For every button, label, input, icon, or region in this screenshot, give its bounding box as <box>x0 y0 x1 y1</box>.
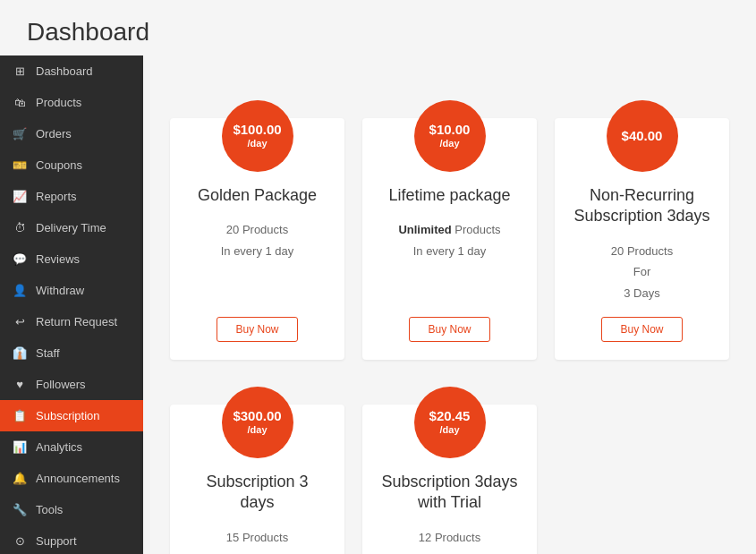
plan-name-sub3trial: Subscription 3days with Trial <box>380 472 519 514</box>
subscription-icon: 📋 <box>13 409 27 422</box>
sidebar-item-announcements[interactable]: 🔔 Announcements <box>0 463 143 494</box>
per-day-lifetime: /day <box>439 138 459 149</box>
sidebar-label-announcements: Announcements <box>36 472 120 485</box>
reports-icon: 📈 <box>13 190 27 203</box>
per-day-golden: /day <box>247 138 267 149</box>
plan-name-golden: Golden Package <box>198 185 317 206</box>
buy-now-non-recurring[interactable]: Buy Now <box>601 317 682 342</box>
buy-now-golden[interactable]: Buy Now <box>217 317 297 342</box>
plan-details-lifetime: Unlimited Products In every 1 day <box>398 219 500 261</box>
products-suffix-lifetime: Products <box>452 223 501 236</box>
plan-name-lifetime: Lifetime package <box>388 185 510 206</box>
plan-details-sub3days: 15 Products In every 1 day <box>221 527 294 554</box>
plan-card-sub3trial: $20.45 /day Subscription 3days with Tria… <box>362 405 537 554</box>
sidebar-nav: ⊞ Dashboard 🛍 Products 🛒 Orders 🎫 Coupon… <box>0 55 143 554</box>
extra-non-recurring: For <box>633 265 651 278</box>
sidebar-item-reports[interactable]: 📈 Reports <box>0 181 143 212</box>
sidebar-item-withdraw[interactable]: 👤 Withdraw <box>0 275 143 306</box>
products-unlimited-lifetime: Unlimited <box>398 223 451 236</box>
sidebar-item-analytics[interactable]: 📊 Analytics <box>0 431 143 463</box>
price-badge-sub3days: $300.00 /day <box>222 387 293 458</box>
price-badge-lifetime: $10.00 /day <box>414 100 486 172</box>
plan-details-sub3trial: 12 Products In every 1 day <box>413 527 487 554</box>
sidebar-label-support: Support <box>36 534 77 548</box>
tools-icon: 🔧 <box>13 503 27 516</box>
main-content: $100.00 /day Golden Package 20 Products … <box>143 55 756 554</box>
sidebar-label-delivery-time: Delivery Time <box>36 221 106 234</box>
sidebar-item-staff[interactable]: 👔 Staff <box>0 337 143 369</box>
products-non-recurring: 20 Products <box>611 244 673 258</box>
sidebar-label-reviews: Reviews <box>36 252 80 266</box>
sidebar-label-followers: Followers <box>36 378 86 391</box>
sidebar-label-tools: Tools <box>36 503 63 516</box>
sidebar-item-delivery-time[interactable]: ⏱ Delivery Time <box>0 212 143 243</box>
analytics-icon: 📊 <box>13 440 27 454</box>
plans-bottom-row: $300.00 /day Subscription 3 days 15 Prod… <box>170 405 729 554</box>
sidebar-label-return-request: Return Request <box>36 315 117 328</box>
return-request-icon: ↩ <box>13 315 27 328</box>
sidebar: ⊞ Dashboard 🛍 Products 🛒 Orders 🎫 Coupon… <box>0 55 143 554</box>
reviews-icon: 💬 <box>13 252 27 266</box>
price-lifetime: $10.00 <box>429 122 471 138</box>
sidebar-item-dashboard[interactable]: ⊞ Dashboard <box>0 55 143 87</box>
sidebar-label-dashboard: Dashboard <box>36 64 93 78</box>
price-golden: $100.00 <box>233 122 281 138</box>
sidebar-item-followers[interactable]: ♥ Followers <box>0 369 143 400</box>
products-golden: 20 Products <box>226 223 288 236</box>
delivery-time-icon: ⏱ <box>13 221 27 234</box>
price-non-recurring: $40.00 <box>622 128 663 144</box>
sidebar-label-withdraw: Withdraw <box>36 284 84 297</box>
sidebar-label-products: Products <box>36 96 81 109</box>
withdraw-icon: 👤 <box>13 284 27 297</box>
plan-details-golden: 20 Products In every 1 day <box>221 219 294 261</box>
sidebar-item-return-request[interactable]: ↩ Return Request <box>0 306 143 337</box>
price-badge-golden: $100.00 /day <box>222 100 293 172</box>
sidebar-item-coupons[interactable]: 🎫 Coupons <box>0 149 143 181</box>
dashboard-icon: ⊞ <box>13 64 27 78</box>
products-sub3trial: 12 Products <box>419 531 480 544</box>
sidebar-label-staff: Staff <box>36 346 60 360</box>
sidebar-label-orders: Orders <box>36 127 72 141</box>
sidebar-item-reviews[interactable]: 💬 Reviews <box>0 243 143 275</box>
empty-card-placeholder <box>555 405 729 554</box>
sidebar-item-subscription[interactable]: 📋 Subscription <box>0 400 143 431</box>
price-badge-sub3trial: $20.45 /day <box>414 387 486 458</box>
orders-icon: 🛒 <box>13 127 27 141</box>
followers-icon: ♥ <box>13 378 27 391</box>
per-day-sub3days: /day <box>247 424 267 436</box>
page-title: Dashboard <box>0 0 756 55</box>
price-sub3trial: $20.45 <box>429 408 471 424</box>
coupons-icon: 🎫 <box>13 158 27 172</box>
per-day-sub3trial: /day <box>439 424 459 436</box>
plan-card-non-recurring: $40.00 Non-Recurring Subscription 3days … <box>555 118 729 360</box>
plan-card-lifetime: $10.00 /day Lifetime package Unlimited P… <box>362 118 537 360</box>
sidebar-item-tools[interactable]: 🔧 Tools <box>0 494 143 525</box>
sidebar-label-reports: Reports <box>36 190 77 203</box>
plan-card-golden: $100.00 /day Golden Package 20 Products … <box>170 118 344 360</box>
products-sub3days: 15 Products <box>226 531 288 544</box>
price-sub3days: $300.00 <box>233 408 281 424</box>
sidebar-item-support[interactable]: ⊙ Support <box>0 525 143 554</box>
extra2-non-recurring: 3 Days <box>624 286 659 300</box>
sidebar-label-analytics: Analytics <box>36 440 82 454</box>
plans-top-row: $100.00 /day Golden Package 20 Products … <box>170 118 729 360</box>
price-badge-non-recurring: $40.00 <box>607 100 678 172</box>
plan-name-sub3days: Subscription 3 days <box>188 472 327 514</box>
frequency-golden: In every 1 day <box>221 244 294 258</box>
support-icon: ⊙ <box>13 534 27 548</box>
sidebar-item-products[interactable]: 🛍 Products <box>0 87 143 118</box>
sidebar-label-coupons: Coupons <box>36 158 82 172</box>
plan-name-non-recurring: Non-Recurring Subscription 3days <box>573 185 711 227</box>
buy-now-lifetime[interactable]: Buy Now <box>409 317 489 342</box>
plan-card-sub3days: $300.00 /day Subscription 3 days 15 Prod… <box>170 405 344 554</box>
staff-icon: 👔 <box>13 346 27 360</box>
products-icon: 🛍 <box>13 96 27 109</box>
announcements-icon: 🔔 <box>13 472 27 485</box>
sidebar-label-subscription: Subscription <box>36 409 100 422</box>
plan-details-non-recurring: 20 Products For 3 Days <box>611 241 673 303</box>
sidebar-item-orders[interactable]: 🛒 Orders <box>0 118 143 149</box>
frequency-lifetime: In every 1 day <box>413 244 487 258</box>
